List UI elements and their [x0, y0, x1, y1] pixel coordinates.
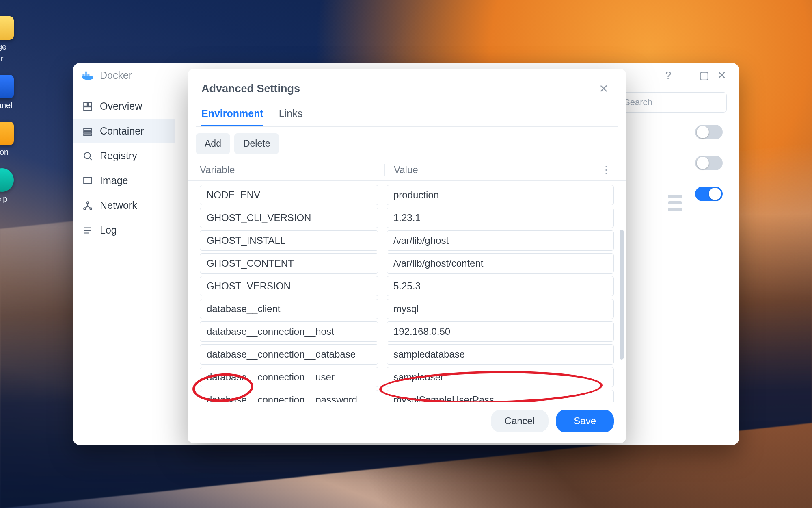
dashboard-icon	[82, 101, 93, 112]
desktop-background: ge r Panel tion elp Docker	[0, 0, 812, 508]
modal-footer: Cancel Save	[188, 402, 626, 443]
container-icon	[82, 126, 93, 137]
container-toggle-column	[695, 125, 723, 201]
svg-point-10	[84, 152, 90, 158]
sidebar-item-container[interactable]: Container	[73, 119, 175, 143]
close-window-button[interactable]: ✕	[713, 69, 731, 82]
file-station-icon	[0, 122, 14, 145]
env-value-cell[interactable]: production	[387, 185, 614, 205]
table-row[interactable]: database__connection__password mysqlSamp…	[200, 390, 614, 402]
sidebar-item-label: Network	[100, 200, 137, 211]
svg-rect-9	[84, 134, 92, 135]
table-row[interactable]: NODE_ENV production	[200, 185, 614, 205]
table-row[interactable]: GHOST_INSTALL /var/lib/ghost	[200, 230, 614, 251]
control-panel-icon	[0, 75, 14, 98]
sidebar-item-network[interactable]: Network	[73, 193, 175, 218]
dock-item[interactable]: tion	[0, 122, 20, 157]
env-value-cell[interactable]: sampleuser	[387, 367, 614, 387]
sidebar-item-overview[interactable]: Overview	[73, 94, 175, 119]
env-value-cell[interactable]: 5.25.3	[387, 276, 614, 296]
env-value-cell[interactable]: /var/lib/ghost	[387, 230, 614, 251]
env-table-body: NODE_ENV production GHOST_CLI_VERSION 1.…	[188, 181, 626, 402]
svg-rect-7	[84, 128, 92, 130]
table-row[interactable]: database__connection__database sampledat…	[200, 344, 614, 365]
dock-label: Panel	[0, 101, 13, 110]
sidebar-item-log[interactable]: Log	[73, 218, 175, 243]
add-button[interactable]: Add	[196, 133, 230, 154]
env-value-cell[interactable]: sampledatabase	[387, 344, 614, 365]
table-row[interactable]: GHOST_CONTENT /var/lib/ghost/content	[200, 253, 614, 274]
env-variable-cell[interactable]: database__connection__password	[200, 390, 378, 402]
env-variable-cell[interactable]: database__connection__host	[200, 321, 378, 342]
svg-rect-11	[84, 177, 92, 183]
column-header-variable[interactable]: Variable	[200, 164, 384, 176]
image-icon	[82, 175, 93, 187]
modal-tabs: Environment Links	[188, 102, 626, 126]
sidebar-item-label: Image	[100, 175, 128, 187]
modal-close-button[interactable]: ✕	[595, 80, 612, 98]
env-variable-cell[interactable]: database__connection__user	[200, 367, 378, 387]
dock-item[interactable]: elp	[0, 168, 20, 204]
sidebar-item-label: Container	[100, 125, 144, 137]
svg-rect-6	[84, 107, 92, 111]
dock-item[interactable]: Panel	[0, 75, 20, 110]
dock-item[interactable]: ge r	[0, 16, 20, 63]
advanced-settings-modal: Advanced Settings ✕ Environment Links Ad…	[188, 69, 626, 443]
table-row[interactable]: GHOST_CLI_VERSION 1.23.1	[200, 208, 614, 228]
svg-rect-2	[87, 74, 89, 76]
column-options-button[interactable]: ⋮	[598, 164, 614, 176]
svg-rect-5	[88, 102, 92, 106]
search-placeholder: Search	[624, 97, 652, 108]
log-icon	[82, 225, 93, 236]
env-variable-cell[interactable]: database__client	[200, 299, 378, 319]
sidebar-item-label: Registry	[100, 150, 137, 162]
minimize-button[interactable]: —	[677, 69, 695, 82]
dock-label: r	[1, 54, 4, 63]
docker-whale-icon	[81, 70, 95, 81]
column-header-value[interactable]: Value	[384, 164, 598, 176]
maximize-button[interactable]: ▢	[695, 69, 713, 82]
sidebar-item-image[interactable]: Image	[73, 168, 175, 193]
delete-button[interactable]: Delete	[234, 133, 279, 154]
tab-links[interactable]: Links	[279, 108, 302, 126]
env-value-cell[interactable]: 1.23.1	[387, 208, 614, 228]
table-row[interactable]: database__client mysql	[200, 299, 614, 319]
network-icon	[82, 200, 93, 211]
env-value-cell[interactable]: mysqlSampleUserPass	[387, 390, 614, 402]
help-button[interactable]: ?	[659, 69, 677, 82]
table-row[interactable]: database__connection__user sampleuser	[200, 367, 614, 387]
container-toggle[interactable]	[695, 125, 723, 139]
modal-title: Advanced Settings	[201, 82, 300, 95]
svg-rect-1	[85, 74, 87, 76]
sidebar-item-label: Log	[100, 224, 117, 236]
env-variable-cell[interactable]: database__connection__database	[200, 344, 378, 365]
env-variable-cell[interactable]: GHOST_CLI_VERSION	[200, 208, 378, 228]
dock-label: ge	[0, 42, 6, 52]
scrollbar-thumb[interactable]	[620, 230, 624, 360]
sidebar-item-registry[interactable]: Registry	[73, 143, 175, 168]
env-toolbar: Add Delete	[188, 127, 626, 160]
search-input[interactable]: Search	[617, 92, 727, 113]
env-value-cell[interactable]: mysql	[387, 299, 614, 319]
container-toggle[interactable]	[695, 156, 723, 170]
save-button[interactable]: Save	[556, 410, 614, 432]
registry-icon	[82, 150, 93, 162]
help-icon	[0, 168, 14, 192]
table-row[interactable]: database__connection__host 192.168.0.50	[200, 321, 614, 342]
svg-point-12	[87, 202, 89, 203]
package-center-icon	[0, 16, 14, 40]
container-toggle[interactable]	[695, 187, 723, 201]
env-variable-cell[interactable]: GHOST_INSTALL	[200, 230, 378, 251]
env-variable-cell[interactable]: GHOST_CONTENT	[200, 253, 378, 274]
table-row[interactable]: GHOST_VERSION 5.25.3	[200, 276, 614, 296]
docker-sidebar: Overview Container Registry	[73, 88, 175, 445]
env-value-cell[interactable]: /var/lib/ghost/content	[387, 253, 614, 274]
dock-label: elp	[0, 194, 7, 204]
env-variable-cell[interactable]: NODE_ENV	[200, 185, 378, 205]
sidebar-item-label: Overview	[100, 100, 142, 112]
env-variable-cell[interactable]: GHOST_VERSION	[200, 276, 378, 296]
svg-rect-3	[85, 71, 87, 73]
cancel-button[interactable]: Cancel	[491, 410, 549, 432]
env-value-cell[interactable]: 192.168.0.50	[387, 321, 614, 342]
tab-environment[interactable]: Environment	[201, 108, 263, 126]
